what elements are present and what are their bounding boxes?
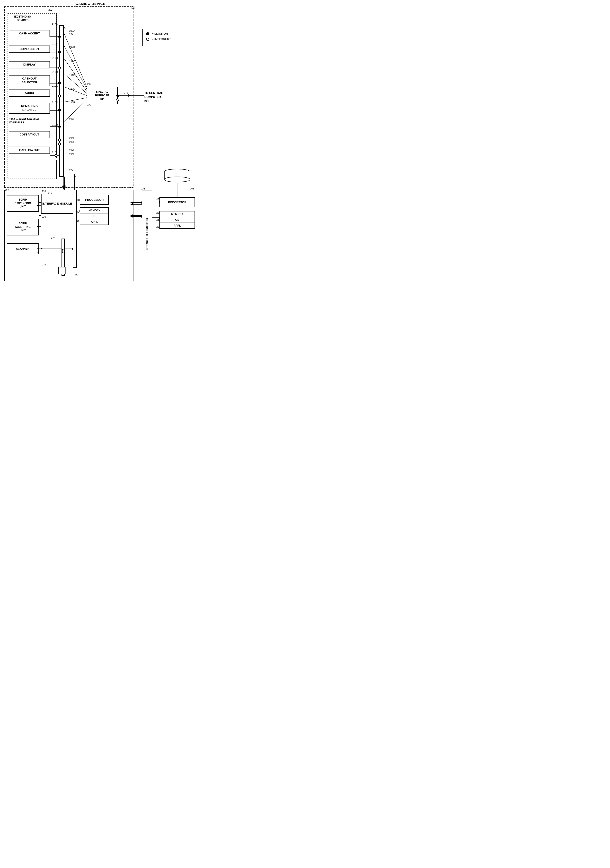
cash-payout-box: CASH PAYOUT [9,147,50,154]
scrip-accepting-label: SCRIPACCEPTINGUNIT [15,222,31,232]
svg-line-13 [63,45,87,89]
audio-box: AUDIO [9,90,50,97]
ref-212f: 212F [69,101,75,104]
ref-218: 218 [42,190,46,192]
right-memory-box: MEMORY OS APPL [159,211,195,229]
coin-payout-label: COIN PAYOUT [20,133,39,136]
dot-210g-monitor [58,125,61,128]
svg-marker-64 [41,248,43,250]
svg-line-17 [63,98,87,102]
ref-216i: 216I [69,153,74,155]
remaining-balance-box: REMAININGBALANCE [9,102,50,114]
legend-box: = MONITOR = INTERRUPT [142,29,193,46]
legend-interrupt: = INTERRUPT [146,37,189,41]
existing-io-label: EXISTING I/ODEVICES [9,15,36,22]
cash-payout-label: CASH PAYOUT [19,148,40,152]
svg-point-54 [164,177,190,182]
monitor-dot-icon [146,32,149,35]
coin-payout-box: COIN PAYOUT [9,131,50,138]
ref-204: 204 [69,33,73,36]
ref-222: 222 [59,91,63,93]
scanner-label: SCANNER [16,247,29,250]
ref-210b: 210B [52,42,58,45]
svg-rect-2 [59,26,63,177]
dot-210e-interrupt [58,95,61,97]
ref-220: 220 [62,26,66,29]
ref-210i: 210I [52,151,57,154]
svg-marker-89 [62,251,64,253]
ref-212d: 212D [69,74,75,77]
wager-gaming-label: 210G — WAGER/GAMINGI/O DEVICES [9,118,39,124]
intranet-io-label: INTRANET I/O CONNECTOR [146,218,148,250]
ref-210a: 210A [52,23,58,26]
ref-212a: 212A [69,29,75,32]
appl-bottom-label: APPL [81,219,108,225]
svg-rect-85 [59,267,65,274]
remaining-balance-label: REMAININGBALANCE [21,104,37,112]
display-box: DISPLAY [9,61,50,68]
ref-210f: 210F [52,101,57,104]
ref-208: 208 [144,99,149,102]
interface-module-label: INTERFACE MODULE [42,202,72,206]
legend-monitor-label: = MONITOR [152,32,168,35]
right-appl-label: APPL [160,223,195,228]
dot-210i-interrupt2 [55,158,57,160]
svg-marker-91 [73,248,75,250]
svg-marker-39 [130,203,133,205]
dot-210c-interrupt [58,67,61,69]
special-purpose-label: SPECIALPURPOSEuP [95,90,109,101]
right-os-label: OS [160,217,195,223]
dot-210h-interrupt2 [58,143,61,146]
os-bottom-label: OS [81,213,108,219]
scrip-accepting-box: SCRIPACCEPTINGUNIT [7,219,39,236]
special-purpose-box: SPECIALPURPOSEuP [87,87,118,104]
diagram-container: GAMING DEVICE 104 202 EXISTING I/ODEVICE… [0,0,200,284]
processor-bottom-box: PROCESSOR [80,195,109,205]
display-label: DISPLAY [23,63,36,67]
svg-line-16 [63,87,87,96]
dot-210d-monitor [58,82,61,84]
ref-276: 276 [42,263,46,266]
dot-210b-monitor [58,51,61,54]
ref-210d: 210D [52,71,58,73]
cashout-selector-box: CASHOUTSELECTOR [9,75,50,86]
interface-module-box: INTERFACE MODULE [41,194,73,214]
ref-212e: 212E [69,87,75,90]
dot-210h-interrupt1 [58,139,61,141]
svg-marker-71 [73,174,76,177]
ref-278: 278 [141,187,145,190]
ref-214i: 214I [69,149,74,152]
ref-236: 236 [62,184,66,187]
legend-monitor: = MONITOR [146,32,189,35]
gaming-device-label: GAMING DEVICE [76,2,105,6]
svg-rect-26 [73,190,76,268]
ref-108: 108 [190,187,194,190]
cash-accept-box: CASH ACCEPT [9,30,50,37]
ref-104: 104 [131,7,135,10]
ref-212b: 212B [69,45,75,48]
ref-272: 272 [124,91,128,94]
right-processor-label: PROCESSOR [168,201,186,204]
scrip-dispensing-label: SCRIPDISPENSINGUNIT [14,198,31,209]
legend-interrupt-label: = INTERRUPT [152,37,171,41]
scrip-dispensing-box: SCRIPDISPENSINGUNIT [7,195,39,212]
svg-marker-42 [130,214,133,217]
memory-bottom-label: MEMORY [81,208,108,213]
ref-210e: 210E [52,84,58,87]
cashout-selector-label: CASHOUTSELECTOR [22,77,37,84]
ref-242: 242 [75,220,79,223]
svg-marker-24 [63,187,65,190]
dot-spup-interrupt [116,98,119,101]
memory-bottom-box: MEMORY OS APPL [80,207,109,225]
ref-216h: 216H [69,141,75,143]
dot-210f-monitor [58,109,61,112]
ref-274: 274 [51,237,55,239]
ref-240: 240 [75,210,79,213]
ref-238: 238 [75,198,79,201]
to-central-label: TO CENTRALCOMPUTER 208 [144,91,163,103]
scanner-box: SCANNER [7,243,39,254]
ref-210c: 210C [52,57,58,59]
intranet-io-box: INTRANET I/O CONNECTOR [142,191,152,277]
right-memory-label: MEMORY [160,211,195,217]
coin-accept-box: COIN ACCEPT [9,45,50,53]
